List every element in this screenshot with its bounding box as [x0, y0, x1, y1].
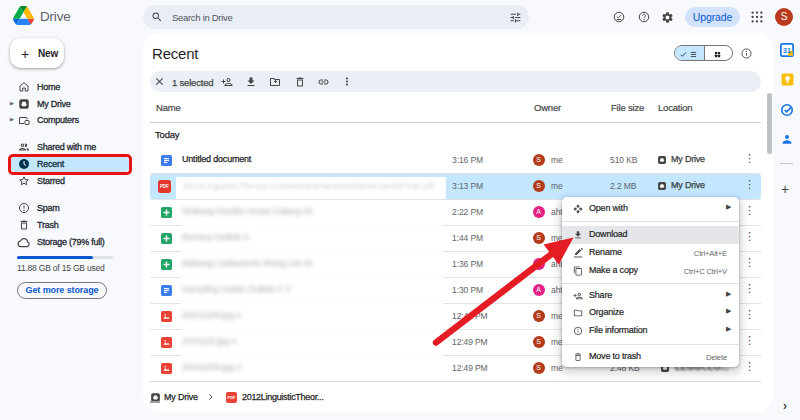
svg-text:31: 31 — [783, 47, 791, 54]
